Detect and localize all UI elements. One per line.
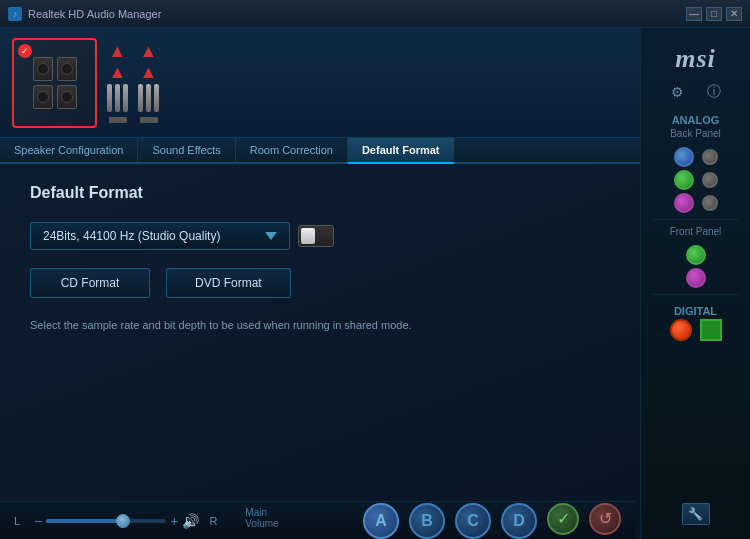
app-title: Realtek HD Audio Manager: [28, 8, 161, 20]
divider-2: [652, 294, 739, 295]
format-toggle[interactable]: [298, 225, 334, 247]
format-buttons: CD Format DVD Format: [30, 268, 610, 298]
right-sidebar: msi ⚙ ⓘ ANALOG Back Panel: [640, 28, 750, 539]
preset-c-button[interactable]: C: [455, 503, 491, 539]
main-container: ▲ ▲ ▲ ▲: [0, 28, 750, 539]
cd-format-button[interactable]: CD Format: [30, 268, 150, 298]
volume-minus-icon[interactable]: −: [34, 513, 42, 529]
title-bar-left: ♪ Realtek HD Audio Manager: [8, 7, 161, 21]
maximize-button[interactable]: □: [706, 7, 722, 21]
back-panel-ports: [641, 147, 750, 213]
dropdown-row: 24Bits, 44100 Hz (Studio Quality): [30, 222, 610, 250]
speaker-icon: [33, 57, 77, 109]
settings-icon[interactable]: ⚙: [668, 82, 688, 102]
back-port-green[interactable]: [674, 170, 694, 190]
speaker-unit: [33, 57, 53, 81]
front-panel-row-2: [686, 268, 706, 288]
sidebar-top-icons: ⚙ ⓘ: [668, 82, 724, 102]
divider-1: [652, 219, 739, 220]
volume-thumb: [116, 514, 130, 528]
front-port-pink[interactable]: [686, 268, 706, 288]
back-panel-row-2: [674, 170, 718, 190]
front-panel-label: Front Panel: [670, 226, 722, 237]
hint-text: Select the sample rate and bit depth to …: [30, 318, 450, 333]
back-panel-row-3: [674, 193, 718, 213]
app-icon: ♪: [8, 7, 22, 21]
section-title: Default Format: [30, 184, 610, 202]
toggle-knob: [301, 228, 315, 244]
pin: [138, 84, 143, 112]
pin-base: [109, 117, 127, 123]
wrench-button[interactable]: 🔧: [682, 503, 710, 525]
back-port-pink[interactable]: [674, 193, 694, 213]
title-bar: ♪ Realtek HD Audio Manager — □ ✕: [0, 0, 750, 28]
msi-logo: msi: [675, 36, 716, 78]
format-dropdown[interactable]: 24Bits, 44100 Hz (Studio Quality): [30, 222, 290, 250]
connector-pins-2: [138, 84, 159, 112]
digital-green-port[interactable]: [700, 319, 722, 341]
tab-default-format[interactable]: Default Format: [348, 138, 454, 162]
speaker-unit: [57, 57, 77, 81]
volume-slider-container: − + 🔊: [34, 513, 199, 529]
volume-speaker-icon: 🔊: [182, 513, 199, 529]
pin: [107, 84, 112, 112]
dropdown-arrow-icon: [265, 232, 277, 240]
analog-label: ANALOG: [672, 114, 720, 126]
header-section: ▲ ▲ ▲ ▲: [0, 28, 640, 138]
bottom-right-buttons: A B C D ✓ ↺: [363, 503, 621, 539]
volume-label-l: L: [14, 515, 24, 527]
volume-plus-icon[interactable]: +: [170, 513, 178, 529]
minimize-button[interactable]: —: [686, 7, 702, 21]
connector-arrow-4: ▲: [140, 63, 158, 81]
close-button[interactable]: ✕: [726, 7, 742, 21]
pin: [154, 84, 159, 112]
pin: [115, 84, 120, 112]
pin: [123, 84, 128, 112]
main-volume-label: Main Volume: [245, 507, 278, 529]
volume-slider[interactable]: [46, 519, 166, 523]
back-port-gray2[interactable]: [702, 172, 718, 188]
dropdown-value: 24Bits, 44100 Hz (Studio Quality): [43, 229, 220, 243]
connector-group-1: ▲ ▲: [107, 42, 128, 123]
speaker-unit: [57, 85, 77, 109]
window-controls: — □ ✕: [686, 7, 742, 21]
back-port-gray3[interactable]: [702, 195, 718, 211]
info-icon[interactable]: ⓘ: [704, 82, 724, 102]
front-panel-row-1: [686, 245, 706, 265]
preset-b-button[interactable]: B: [409, 503, 445, 539]
connector-arrow-3: ▲: [140, 42, 158, 60]
content-area: Default Format 24Bits, 44100 Hz (Studio …: [0, 164, 640, 353]
msi-brand-text: msi: [675, 44, 716, 73]
preset-d-button[interactable]: D: [501, 503, 537, 539]
volume-label-r: R: [209, 515, 217, 527]
back-panel-label: Back Panel: [670, 128, 721, 139]
wrench-icon: 🔧: [688, 507, 703, 521]
connector-pins-1: [107, 84, 128, 112]
pin: [146, 84, 151, 112]
dvd-format-button[interactable]: DVD Format: [166, 268, 291, 298]
digital-optical-port[interactable]: [670, 319, 692, 341]
front-panel-ports: [641, 245, 750, 288]
volume-fill: [46, 519, 118, 523]
tab-room-correction[interactable]: Room Correction: [236, 138, 348, 162]
preset-a-button[interactable]: A: [363, 503, 399, 539]
tab-sound-effects[interactable]: Sound Effects: [138, 138, 235, 162]
speaker-unit: [33, 85, 53, 109]
front-port-green[interactable]: [686, 245, 706, 265]
back-button[interactable]: ↺: [589, 503, 621, 535]
connector-arrow-2: ▲: [109, 63, 127, 81]
back-port-gray[interactable]: [702, 149, 718, 165]
connector-arrow-1: ▲: [109, 42, 127, 60]
connector-group-2: ▲ ▲: [138, 42, 159, 123]
back-port-blue[interactable]: [674, 147, 694, 167]
tab-speaker-configuration[interactable]: Speaker Configuration: [0, 138, 138, 162]
pin-base: [140, 117, 158, 123]
speaker-selected-box[interactable]: [12, 38, 97, 128]
digital-label: DIGITAL: [674, 305, 717, 317]
left-panel: ▲ ▲ ▲ ▲: [0, 28, 640, 539]
tabs-bar: Speaker Configuration Sound Effects Room…: [0, 138, 640, 164]
confirm-button[interactable]: ✓: [547, 503, 579, 535]
back-panel-row-1: [674, 147, 718, 167]
bottom-bar: L − + 🔊 R Main Volume A B C D ✓ ↺: [0, 501, 635, 539]
digital-ports: [670, 319, 722, 341]
